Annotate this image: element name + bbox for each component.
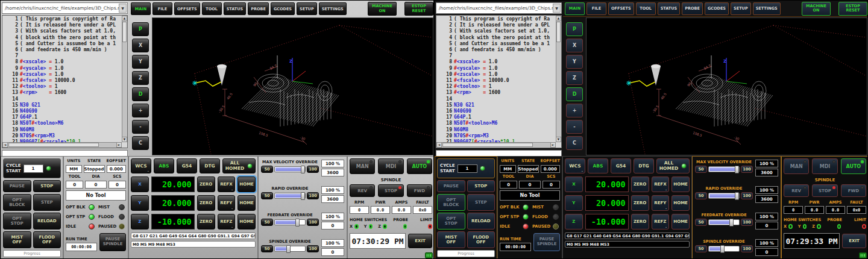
- toolpath-preview[interactable]: 84.79040.5-30.5158.5-30Z: [152, 17, 433, 155]
- min-button[interactable]: 50: [695, 245, 707, 252]
- home-x-button[interactable]: HOME: [671, 176, 690, 192]
- cycle-start-group[interactable]: CYCLE START 1: [3, 158, 61, 178]
- mist-off-button[interactable]: MIST OFF: [437, 231, 465, 248]
- axis-x-button[interactable]: X: [565, 176, 583, 192]
- mist-off-button[interactable]: MIST OFF: [3, 231, 31, 248]
- side-button-minus[interactable]: -: [132, 120, 149, 134]
- spindle-stop-button[interactable]: STOP: [812, 184, 837, 197]
- estop-reset-button[interactable]: ESTOP RESET: [838, 2, 867, 16]
- home-x-button[interactable]: HOME: [237, 176, 256, 192]
- side-button-x[interactable]: X: [566, 39, 583, 52]
- estop-reset-button[interactable]: ESTOP RESET: [404, 2, 433, 16]
- tab-tool[interactable]: TOOL: [636, 2, 656, 15]
- ref-x-button[interactable]: REFX⌄: [218, 176, 236, 192]
- home-y-button[interactable]: HOME: [671, 195, 690, 211]
- exit-button[interactable]: EXIT: [408, 234, 432, 248]
- side-button-p[interactable]: P: [132, 22, 149, 36]
- step-button[interactable]: STEP: [33, 194, 61, 211]
- cycle-count-field[interactable]: 1: [24, 164, 43, 173]
- axis-y-button[interactable]: Y: [131, 195, 149, 211]
- dtg-button[interactable]: DTG: [200, 158, 220, 173]
- side-button-plus[interactable]: +: [132, 104, 149, 117]
- min-button[interactable]: 50: [695, 166, 707, 173]
- scroll-right-icon[interactable]: ►: [550, 142, 556, 148]
- gcode-listing[interactable]: 1( This program is copyright of Ra2( It …: [436, 15, 562, 148]
- side-button-p[interactable]: P: [566, 22, 583, 36]
- cycle-start-button[interactable]: CYCLE START: [6, 163, 21, 173]
- tab-gcodes[interactable]: GCODES: [271, 2, 295, 15]
- scroll-up-icon[interactable]: ▲: [122, 16, 127, 21]
- reload-button[interactable]: RELOAD: [467, 213, 495, 229]
- gcode-listing[interactable]: 1( This program is copyright of Ra2( It …: [2, 15, 128, 148]
- scroll-down-icon[interactable]: ▼: [556, 137, 561, 142]
- slider-track[interactable]: [274, 166, 306, 172]
- machine-on-button[interactable]: MACHINE ON: [368, 2, 397, 16]
- man-mode-button[interactable]: MAN: [350, 158, 375, 174]
- slider-thumb[interactable]: [301, 192, 305, 200]
- tab-file[interactable]: FILE: [153, 2, 172, 15]
- side-button-c[interactable]: C: [566, 136, 583, 150]
- max-button[interactable]: 100: [307, 166, 319, 173]
- tab-settings[interactable]: SETTINGS: [319, 2, 347, 15]
- horizontal-scrollbar[interactable]: ◄ ►: [436, 142, 556, 148]
- spindle-stop-button[interactable]: STOP: [378, 184, 403, 197]
- axis-z-button[interactable]: Z: [565, 214, 583, 229]
- tab-main[interactable]: MAIN: [131, 2, 151, 15]
- mdi-mode-button[interactable]: MDI: [378, 158, 403, 174]
- auto-mode-button[interactable]: AUTO: [841, 158, 866, 174]
- toolpath-preview[interactable]: 84.79040.5-30.5158.5-30Z: [586, 17, 867, 155]
- mdi-mode-button[interactable]: MDI: [812, 158, 837, 174]
- max-button[interactable]: 100: [741, 166, 753, 173]
- all-homed-button[interactable]: ALL HOMED: [656, 158, 690, 173]
- zero-y-button[interactable]: ZERO: [197, 195, 215, 211]
- tab-gcodes[interactable]: GCODES: [705, 2, 729, 15]
- scroll-thumb[interactable]: [8, 143, 99, 147]
- side-button-x[interactable]: X: [132, 39, 149, 52]
- slider-track[interactable]: [708, 219, 740, 225]
- side-button-y[interactable]: Y: [566, 55, 583, 69]
- flood-off-button[interactable]: FLOOD OFF: [467, 231, 495, 248]
- zero-x-button[interactable]: ZERO: [631, 176, 649, 192]
- max-button[interactable]: 100: [307, 219, 319, 226]
- slider-track[interactable]: [708, 246, 740, 252]
- slider-track[interactable]: [274, 246, 306, 252]
- scroll-left-icon[interactable]: ◄: [2, 142, 8, 148]
- reload-button[interactable]: RELOAD: [33, 213, 61, 229]
- slider-thumb[interactable]: [295, 219, 300, 226]
- home-z-button[interactable]: HOME: [671, 214, 690, 229]
- scroll-down-icon[interactable]: ▼: [122, 137, 127, 142]
- toolpath-canvas[interactable]: 84.79040.5-30.5158.5-30Z: [153, 18, 433, 155]
- cycle-start-group[interactable]: CYCLE START 1: [437, 158, 495, 178]
- side-button-z[interactable]: Z: [566, 71, 583, 85]
- tab-status[interactable]: STATUS: [658, 2, 681, 15]
- scroll-thumb[interactable]: [442, 143, 533, 147]
- side-button-d[interactable]: D: [566, 87, 583, 101]
- min-button[interactable]: 50: [261, 219, 273, 226]
- max-button[interactable]: 100: [741, 192, 753, 199]
- axis-z-button[interactable]: Z: [131, 214, 149, 229]
- slider-track[interactable]: [708, 193, 740, 199]
- wcs-button[interactable]: WCS ⌄: [131, 158, 151, 173]
- slider-track[interactable]: [274, 219, 306, 225]
- pause-button[interactable]: PAUSE: [437, 180, 465, 192]
- keyboard-icon[interactable]: [859, 252, 867, 258]
- vertical-scrollbar[interactable]: ▲ ▼: [556, 16, 561, 142]
- zero-x-button[interactable]: ZERO: [197, 176, 215, 192]
- home-z-button[interactable]: HOME: [237, 214, 256, 229]
- pause-spindle-button[interactable]: PAUSE SPINDLE: [533, 233, 560, 251]
- slider-thumb[interactable]: [735, 192, 739, 200]
- ref-z-button[interactable]: REFZ⌄: [652, 214, 670, 229]
- side-button-c[interactable]: C: [132, 136, 149, 150]
- stop-button[interactable]: STOP: [33, 180, 61, 192]
- machine-on-button[interactable]: MACHINE ON: [802, 2, 831, 16]
- tab-file[interactable]: FILE: [587, 2, 606, 15]
- man-mode-button[interactable]: MAN: [784, 158, 809, 174]
- ref-y-button[interactable]: REFY⌄: [652, 195, 670, 211]
- max-button[interactable]: 100: [741, 219, 753, 226]
- auto-mode-button[interactable]: AUTO: [407, 158, 432, 174]
- scroll-thumb[interactable]: [122, 22, 127, 42]
- spindle-rev-button[interactable]: REV: [784, 184, 809, 197]
- vertical-scrollbar[interactable]: ▲ ▼: [122, 16, 127, 142]
- ref-x-button[interactable]: REFX⌄: [652, 176, 670, 192]
- slider-track[interactable]: [708, 166, 740, 172]
